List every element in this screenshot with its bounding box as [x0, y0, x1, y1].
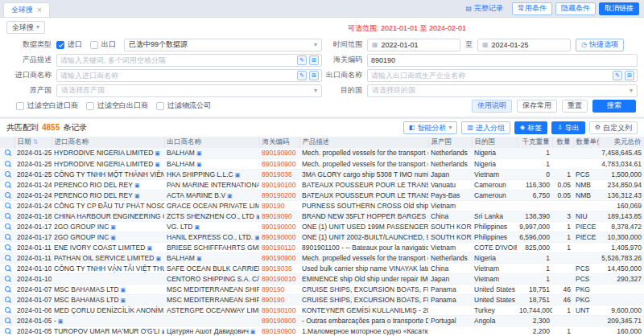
cell-importer[interactable]: 2GO GROUP INC▣	[52, 221, 164, 232]
exporter-link-icon[interactable]: ▣	[196, 162, 202, 167]
cell-importer[interactable]: CHINA HARBOUR ENGINEERING CO LTD▣	[52, 211, 164, 221]
cell-exporter[interactable]: HANIL EXPRESS CO., LTD.▣	[164, 232, 259, 242]
importer-name[interactable]: HYDRODIVE NIGERIA LIMITED	[54, 149, 153, 157]
hs-code-value[interactable]: 890190	[262, 285, 284, 293]
exporter-name[interactable]: BALHAM	[167, 160, 195, 168]
cell-hs-code[interactable]: 890190100	[259, 179, 299, 190]
cell-importer[interactable]: PERENCO RIO DEL REY▣	[52, 190, 164, 200]
importer-link-icon[interactable]: ▣	[155, 162, 160, 167]
cell-exporter[interactable]: SAFE OCEAN BULK CARRIER PTE LTD▣	[164, 263, 259, 273]
help-button[interactable]: 使用说明	[472, 100, 512, 113]
cell-importer[interactable]: MSC BAHAMAS LTD▣	[52, 294, 164, 305]
cell-exporter[interactable]: VG. LTD▣	[164, 221, 259, 232]
row-search-icon[interactable]	[5, 307, 10, 313]
search-button[interactable]: 搜索	[592, 100, 636, 113]
hs-code-value[interactable]: 890190900	[262, 254, 296, 262]
table-row[interactable]: 2024-01-24 PERENCO RIO DEL REY▣ PAN MARI…	[0, 179, 644, 190]
cell-importer[interactable]: CÔNG TY TNHH MỘT THÀNH VIÊN ĐÓNG TÀ▣	[52, 169, 164, 179]
cell-hs-code[interactable]: 890190900	[259, 326, 299, 336]
hs-code-value[interactable]: 89019036	[262, 170, 292, 178]
exporter-name[interactable]: BRIESE SCHIFFFAHRTS GMBH & CO	[167, 244, 259, 252]
hs-code-value[interactable]: 890190	[262, 202, 284, 210]
cell-importer[interactable]: ENE IVORY COAST LIMITED▣	[52, 242, 164, 252]
grid-option-icon[interactable]: ⊞	[625, 71, 634, 80]
table-row[interactable]: 2024-01-07 MSC BAHAMAS LTD▣ MSC MEDITERR…	[0, 294, 644, 305]
hs-code-value[interactable]: 890190010	[262, 275, 296, 283]
cell-hs-code[interactable]: 890190010	[259, 273, 299, 284]
table-row[interactable]: 2024-01-10 ▣ CENTORO SHIPPING S.A. C/O D…	[0, 273, 644, 284]
cell-exporter[interactable]: GRACE OCEAN PRIVATE LIMITED▣	[164, 200, 259, 211]
cell-hs-code[interactable]: 890190000	[259, 221, 299, 232]
row-search-icon[interactable]	[5, 171, 10, 177]
importer-name[interactable]: MSC BAHAMAS LTD	[54, 296, 119, 304]
importer-name[interactable]: MSC BAHAMAS LTD	[54, 285, 119, 293]
hs-code-value[interactable]: 890190110	[262, 244, 295, 252]
cell-exporter[interactable]: ▣	[164, 315, 259, 326]
cell-importer[interactable]: HYDRODIVE NIGERIA LIMITED▣	[52, 158, 164, 169]
exporter-link-icon[interactable]: ▣	[250, 329, 256, 334]
importer-name[interactable]: CHINA HARBOUR ENGINEERING CO LTD	[54, 212, 164, 220]
hs-code-value[interactable]: 890190000	[262, 233, 296, 241]
cell-importer[interactable]: CÔNG TY TNHH VẬN TẢI VIỆT THUẬN▣	[52, 263, 164, 273]
importer-link-icon[interactable]: ▣	[58, 318, 64, 324]
cell-hs-code[interactable]: 890190	[259, 200, 299, 211]
cell-hs-code[interactable]: 89019036	[259, 169, 299, 179]
exporter-name[interactable]: CENTORO SHIPPING S.A. C/O DAIICHI CHU	[167, 275, 259, 283]
cell-exporter[interactable]: ASTERGPE OCEANWAY LIMITED▣	[164, 305, 259, 315]
table-row[interactable]: 2024-01-17 2GO GROUP INC▣ HANIL EXPRESS …	[0, 232, 644, 242]
cell-importer[interactable]: MSC BAHAMAS LTD▣	[52, 284, 164, 294]
custom-columns-button[interactable]: ⚙ 自定义列	[589, 121, 638, 134]
importer-name[interactable]: ENE IVORY COAST LIMITED	[54, 244, 145, 252]
importer-name[interactable]: MED ÇORLU DENİZCİLİK ANONİM ŞİRKETİ	[54, 306, 164, 314]
table-row[interactable]: 2024-01-11 ENE IVORY COAST LIMITED▣ BRIE…	[0, 242, 644, 252]
cell-importer[interactable]: TUROPOV UMAR MA'MUR O'G'LI▣	[52, 326, 164, 336]
hs-code-value[interactable]: 890190900	[262, 149, 296, 157]
cell-exporter[interactable]: BRIESE SCHIFFFAHRTS GMBH & CO▣	[164, 242, 259, 252]
importer-name[interactable]: HYDRODIVE NIGERIA LIMITED	[54, 160, 153, 168]
exporter-name[interactable]: ASTERGPE OCEANWAY LIMITED	[167, 306, 259, 314]
cell-hs-code[interactable]: 890190200	[259, 190, 299, 200]
edit-option-icon[interactable]: ✎	[613, 71, 622, 80]
row-search-icon[interactable]	[5, 276, 10, 281]
table-row[interactable]: 2024-01-18 CHINA HARBOUR ENGINEERING CO …	[0, 211, 644, 221]
cell-importer[interactable]: PATHAN OIL SERVICE LIMITED▣	[52, 252, 164, 263]
row-search-icon[interactable]	[5, 234, 10, 240]
importer-input[interactable]	[57, 72, 297, 80]
tab-global-search[interactable]: 全球搜 ×	[3, 2, 50, 17]
importer-link-icon[interactable]: ▣	[121, 297, 126, 303]
cell-importer[interactable]: PERENCO RIO DEL REY▣	[52, 179, 164, 190]
close-icon[interactable]: ×	[37, 6, 42, 14]
hs-code-value[interactable]: 890190100	[262, 306, 296, 314]
dest-select[interactable]: 请选择目的国 ▾	[367, 84, 638, 97]
exporter-name[interactable]: GRACE OCEAN PRIVATE LIMITED	[167, 202, 259, 210]
hs-code-value[interactable]: 890190900	[262, 317, 296, 325]
cell-exporter[interactable]: BALHAM▣	[164, 158, 259, 169]
cell-exporter[interactable]: MSC MEDITERRANEAN SHIPPING COMPA▣	[164, 284, 259, 294]
row-search-icon[interactable]	[5, 244, 10, 250]
common-conditions-button[interactable]: 常用条件	[512, 2, 552, 15]
exporter-name[interactable]: HANIL EXPRESS CO., LTD.	[167, 233, 253, 241]
filter-logistics-checkbox[interactable]	[156, 102, 164, 110]
table-row[interactable]: 2024-01-06 MED ÇORLU DENİZCİLİK ANONİM Ş…	[0, 305, 644, 315]
filter-blank-exporter-checkbox[interactable]	[86, 102, 94, 110]
importer-name[interactable]: PERENCO RIO DEL REY	[54, 191, 133, 199]
exporter-name[interactable]: BALHAM	[167, 254, 195, 262]
importer-link-icon[interactable]: ▣	[134, 193, 140, 199]
tag-button[interactable]: ◈ 标签	[514, 121, 547, 134]
start-date-input[interactable]: ▦ 2022-01-01	[367, 39, 460, 51]
cell-hs-code[interactable]: 890190000	[259, 232, 299, 242]
exporter-name[interactable]: Цатурян Ашот Давидович	[167, 327, 249, 335]
import-checkbox[interactable]	[56, 41, 64, 49]
hs-code-value[interactable]: 890190	[262, 296, 284, 304]
importer-link-icon[interactable]: ▣	[155, 150, 160, 156]
hs-code-value[interactable]: 890190100	[262, 181, 296, 189]
export-button[interactable]: ⇩ 导出	[551, 121, 585, 134]
hs-code-value[interactable]: 890190900	[262, 160, 296, 168]
importer-name[interactable]: CÔNG TY CP ĐẦU TƯ PHÁT NOSCO SHIPYARD	[54, 202, 164, 210]
cell-hs-code[interactable]: 890190900	[259, 148, 299, 158]
exporter-name[interactable]: ACTA MARINE B.V	[167, 191, 225, 199]
importer-name[interactable]: CÔNG TY TNHH MỘT THÀNH VIÊN ĐÓNG TÀ	[54, 170, 164, 178]
table-row[interactable]: 2024-01-07 MSC BAHAMAS LTD▣ MSC MEDITERR…	[0, 284, 644, 294]
cell-hs-code[interactable]: 89019036	[259, 263, 299, 273]
cell-exporter[interactable]: BALHAM▣	[164, 252, 259, 263]
